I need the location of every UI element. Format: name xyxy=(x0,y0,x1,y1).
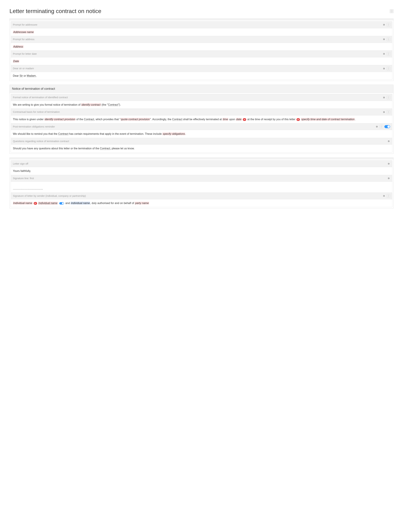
block-label: Prompt for address xyxy=(13,38,35,41)
block-body[interactable]: Addressee name xyxy=(11,28,392,36)
text: has certain requirements that apply in t… xyxy=(68,133,163,135)
text: at the time of receipt by you of this le… xyxy=(246,118,296,121)
text: of the xyxy=(76,118,84,121)
toggle-switch[interactable] xyxy=(384,125,390,128)
block-formal-notice: Formal notice of termination of identifi… xyxy=(11,94,392,109)
card-topstrip xyxy=(10,19,393,20)
placeholder-text[interactable]: identify contract xyxy=(81,103,101,106)
gear-icon[interactable] xyxy=(382,38,385,41)
block-body[interactable]: Dear Sir or Madam, xyxy=(11,72,392,80)
gear-icon[interactable] xyxy=(382,52,385,55)
block-post-termination: Post-termination obligations reminder We… xyxy=(11,123,392,138)
block-letter-date: Prompt for letter date Date xyxy=(11,51,392,65)
placeholder-text[interactable]: Addressee name xyxy=(13,31,34,33)
placeholder-text[interactable]: Address xyxy=(13,45,24,48)
notice-card: Notice of termination of contract Formal… xyxy=(9,85,394,154)
placeholder-text[interactable]: party name xyxy=(135,202,149,204)
notes-icon[interactable] xyxy=(380,125,383,128)
gear-icon[interactable] xyxy=(387,162,390,165)
block-signoff: Letter sign off Yours faithfully, xyxy=(11,160,392,175)
notes-icon[interactable] xyxy=(387,38,390,41)
block-label: Signature line: first xyxy=(13,177,34,180)
block-body[interactable]: We are writing to give you formal notice… xyxy=(11,101,392,109)
card-topstrip xyxy=(10,158,393,159)
placeholder-text[interactable]: Individual name xyxy=(13,202,32,204)
block-body[interactable]: Date xyxy=(11,57,392,65)
notes-icon[interactable] xyxy=(387,23,390,26)
text: , please let us know. xyxy=(110,147,135,150)
toggle-switch[interactable] xyxy=(59,202,64,204)
document-icon[interactable] xyxy=(390,9,394,13)
text: "). xyxy=(118,103,121,106)
block-label: Post-termination obligations reminder xyxy=(13,125,55,129)
notes-icon[interactable] xyxy=(387,110,390,114)
placeholder-text[interactable]: Date xyxy=(13,60,19,63)
text: . xyxy=(185,133,186,135)
notes-icon[interactable] xyxy=(387,194,390,198)
placeholder-text[interactable]: specify obligations xyxy=(162,133,185,135)
block-body[interactable]: We should like to remind you that the Co… xyxy=(11,130,392,138)
or-pill[interactable]: or xyxy=(296,118,300,121)
gear-icon[interactable] xyxy=(375,125,378,128)
block-body[interactable]: Should you have any questions about this… xyxy=(11,145,392,152)
gear-icon[interactable] xyxy=(387,140,390,143)
notes-icon[interactable] xyxy=(387,67,390,70)
page-header: Letter terminating contract on notice xyxy=(9,7,394,15)
placeholder-text[interactable]: quote contract provision xyxy=(120,118,150,121)
placeholder-text[interactable]: time xyxy=(222,118,228,121)
gear-icon[interactable] xyxy=(382,67,385,70)
block-label: Prompt for addressee xyxy=(13,23,37,27)
block-addressee: Prompt for addressee Addressee name xyxy=(11,21,392,36)
header-card: Prompt for addressee Addressee name Prom… xyxy=(9,19,394,81)
text: ". Accordingly, the xyxy=(150,118,172,121)
block-body[interactable]: Yours faithfully, xyxy=(11,167,392,175)
block-signature-line: Signature line: first ..................… xyxy=(11,175,392,193)
term-contract: Contract xyxy=(172,118,182,121)
text: , duly authorised for and on behalf of xyxy=(90,202,135,204)
text: , which provides that " xyxy=(94,118,120,121)
notes-icon[interactable] xyxy=(387,96,390,99)
gear-icon[interactable] xyxy=(382,96,385,99)
or-pill[interactable]: or xyxy=(243,118,246,121)
block-body[interactable]: ........................................ xyxy=(11,182,392,192)
text: (the " xyxy=(101,103,108,106)
text: . xyxy=(355,118,355,121)
text: shall be effectively terminated at xyxy=(182,118,222,121)
block-signature-by: Signature of letter by sender (individua… xyxy=(11,192,392,207)
text: and xyxy=(65,202,71,204)
text: Yours faithfully, xyxy=(13,170,31,172)
block-body[interactable]: This notice is given under identify cont… xyxy=(11,115,392,123)
term-madam: Madam xyxy=(27,74,36,77)
gear-icon[interactable] xyxy=(387,177,390,180)
block-body[interactable]: Address xyxy=(11,43,392,51)
block-label: Letter sign off xyxy=(13,162,28,166)
gear-icon[interactable] xyxy=(382,194,385,197)
text: We are writing to give you formal notice… xyxy=(13,103,81,106)
text: Dear xyxy=(13,74,19,77)
placeholder-text[interactable]: date xyxy=(236,118,242,121)
placeholder-text[interactable]: individual name xyxy=(71,202,90,204)
term-contract: Contract xyxy=(84,118,94,121)
block-address: Prompt for address Address xyxy=(11,36,392,51)
block-salutation: Dear sir or madam Dear Sir or Madam, xyxy=(11,65,392,80)
or-pill[interactable]: or xyxy=(34,202,37,205)
gear-icon[interactable] xyxy=(382,111,385,114)
block-label: Formal notice of termination of identifi… xyxy=(13,95,68,99)
text: upon xyxy=(228,118,236,121)
placeholder-text[interactable]: specify time and date of contract termin… xyxy=(301,118,355,121)
term-contract: Contract xyxy=(58,133,68,135)
signature-dots: ........................................ xyxy=(13,187,43,190)
gear-icon[interactable] xyxy=(382,23,385,26)
signoff-card: Letter sign off Yours faithfully, Signat… xyxy=(9,158,394,209)
placeholder-text[interactable]: Individual name xyxy=(38,202,58,205)
placeholder-text[interactable]: identify contract provision xyxy=(44,118,76,121)
section-heading: Notice of termination of contract xyxy=(10,85,393,93)
term-contract: Contract xyxy=(108,103,118,106)
term-sir: Sir xyxy=(19,74,23,77)
notes-icon[interactable] xyxy=(387,52,390,56)
block-body[interactable]: Individual name or Individual name and i… xyxy=(11,199,392,207)
block-label: Signature of letter by sender (individua… xyxy=(13,194,86,198)
text: This notice is given under xyxy=(13,118,44,121)
block-questions: Questions regarding notice of terminatio… xyxy=(11,138,392,152)
text: Should you have any questions about this… xyxy=(13,147,100,150)
